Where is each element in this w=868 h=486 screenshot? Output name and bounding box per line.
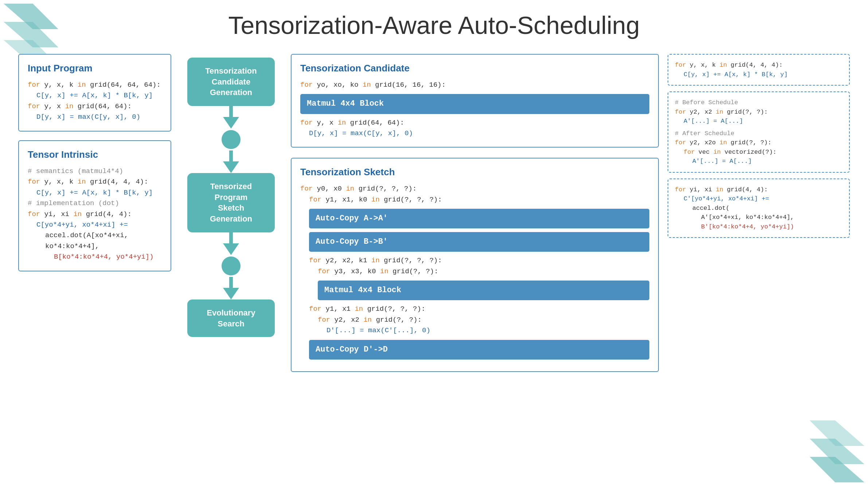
input-program-title: Input Program [28, 63, 162, 74]
far-right-box-3: for yi, xi in grid(4, 4): C'[yo*4+yi, xo… [668, 179, 850, 238]
code-line: for y1, x1 in grid(?, ?, ?): [300, 304, 649, 314]
tensorization-candidate-title: Tensorization Candidate [300, 63, 649, 74]
far-right-code-2: # Before Schedule for y2, x2 in grid(?, … [675, 98, 842, 166]
code-line: for y, x, k in grid(64, 64, 64): [28, 80, 162, 90]
code-line: for y0, x0 in grid(?, ?, ?): [300, 184, 649, 194]
code-line: accel.dot( [675, 204, 842, 213]
code-line: C[y, x] += A[x, k] * B[k, y] [28, 188, 162, 198]
code-line: for y1, x1, k0 in grid(?, ?, ?): [300, 195, 649, 205]
tensorization-sketch-box: Tensorization Sketch for y0, x0 in grid(… [291, 158, 659, 372]
far-right-box-1: for y, x, k in grid(4, 4, 4): C[y, x] +=… [668, 54, 850, 86]
code-line: # After Schedule [675, 129, 842, 138]
code-line: for y2, x2, k1 in grid(?, ?, ?): [300, 255, 649, 266]
matmul-bar-2: Matmul 4x4 Block [318, 281, 649, 300]
center-flow-column: Tensorization Candidate Generation Tenso… [180, 54, 282, 337]
far-right-code-3: for yi, xi in grid(4, 4): C'[yo*4+yi, xo… [675, 185, 842, 232]
flow-box-sketch-gen: Tensorized Program Sketch Generation [187, 173, 275, 232]
tensorization-sketch-title: Tensorization Sketch [300, 166, 649, 178]
code-line: D'[...] = max(C'[...], 0) [300, 325, 649, 336]
code-line: C'[yo*4+yi, xo*4+xi] += [675, 194, 842, 204]
tensorization-candidate-box: Tensorization Candidate for yo, xo, ko i… [291, 54, 659, 148]
tensor-intrinsic-code: # semantics (matmul4*4) for y, x, k in g… [28, 166, 162, 263]
autocopy-bar-d: Auto-Copy D'->D [309, 340, 649, 360]
matmul-bar-1: Matmul 4x4 Block [300, 94, 649, 114]
code-line: B'[ko*4:ko*4+4, yo*4+yi]) [675, 222, 842, 232]
code-line: for y, x, k in grid(4, 4, 4): [28, 177, 162, 187]
right-section: Tensorization Candidate for yo, xo, ko i… [291, 54, 659, 372]
code-line: for yo, xo, ko in grid(16, 16, 16): [300, 80, 649, 90]
code-line: for y, x in grid(64, 64): [300, 118, 649, 128]
flow-box-evolutionary-search: Evolutionary Search [187, 299, 275, 337]
tensor-intrinsic-box: Tensor Intrinsic # semantics (matmul4*4)… [18, 140, 171, 271]
flow-circle-2 [222, 256, 241, 275]
code-line: for y, x in grid(64, 64): [28, 101, 162, 112]
chevron-br-icon [795, 406, 868, 486]
code-line: for yi, xi in grid(4, 4): [28, 209, 162, 220]
code-line: for y2, x2 in grid(?, ?): [300, 315, 649, 325]
flow-arrow-1 [223, 106, 239, 129]
code-line: for y, x, k in grid(4, 4, 4): [675, 60, 842, 70]
code-line: D[y, x] = max(C[y, x], 0) [28, 112, 162, 122]
input-program-code: for y, x, k in grid(64, 64, 64): C[y, x]… [28, 80, 162, 123]
page-title: Tensorization-Aware Auto-Scheduling [0, 0, 868, 39]
code-line: # implementation (dot) [28, 198, 162, 209]
code-line: accel.dot(A[xo*4+xi, ko*4:ko*4+4], [28, 230, 162, 252]
flow-arrow-3 [223, 232, 239, 255]
code-line: for y2, x2 in grid(?, ?): [675, 107, 842, 117]
code-line: A'[...] = A[...] [675, 157, 842, 166]
far-right-code-1: for y, x, k in grid(4, 4, 4): C[y, x] +=… [675, 60, 842, 79]
flow-arrow-2 [223, 150, 239, 173]
autocopy-bar-a: Auto-Copy A->A' [309, 209, 649, 228]
code-line: Auto-Copy A->A' [300, 209, 649, 228]
left-column: Input Program for y, x, k in grid(64, 64… [18, 54, 171, 271]
code-line: D[y, x] = max(C[y, x], 0) [300, 128, 649, 139]
flow-arrow-4 [223, 277, 239, 299]
far-right-column: for y, x, k in grid(4, 4, 4): C[y, x] +=… [668, 54, 850, 238]
code-line: Auto-Copy D'->D [300, 340, 649, 360]
code-line: C[y, x] += A[x, k] * B[k, y] [28, 90, 162, 101]
code-line: A'[...] = A[...] [675, 117, 842, 126]
code-line: for y3, x3, k0 in grid(?, ?): [300, 266, 649, 277]
autocopy-bar-b: Auto-Copy B->B' [309, 232, 649, 252]
code-line: C[yo*4+yi, xo*4+xi] += [28, 220, 162, 230]
flow-circle-1 [222, 130, 241, 149]
input-program-box: Input Program for y, x, k in grid(64, 64… [18, 54, 171, 132]
tensor-intrinsic-title: Tensor Intrinsic [28, 149, 162, 160]
code-line: # semantics (matmul4*4) [28, 166, 162, 177]
code-line: C[y, x] += A[x, k] * B[k, y] [675, 70, 842, 79]
code-line: for y2, x2o in grid(?, ?): [675, 138, 842, 148]
tensorization-sketch-code: for y0, x0 in grid(?, ?, ?): for y1, x1,… [300, 184, 649, 359]
code-line: Auto-Copy B->B' [300, 232, 649, 252]
flow-box-candidate-gen: Tensorization Candidate Generation [187, 58, 275, 106]
code-line: A'[xo*4+xi, ko*4:ko*4+4], [675, 213, 842, 222]
far-right-box-2: # Before Schedule for y2, x2 in grid(?, … [668, 91, 850, 173]
code-line: Matmul 4x4 Block [300, 281, 649, 300]
tensorization-candidate-code: for yo, xo, ko in grid(16, 16, 16): Matm… [300, 80, 649, 139]
code-line: # Before Schedule [675, 98, 842, 107]
code-line: B[ko*4:ko*4+4, yo*4+yi]) [28, 252, 162, 262]
code-line: for yi, xi in grid(4, 4): [675, 185, 842, 195]
code-line: for vec in vectorized(?): [675, 148, 842, 157]
